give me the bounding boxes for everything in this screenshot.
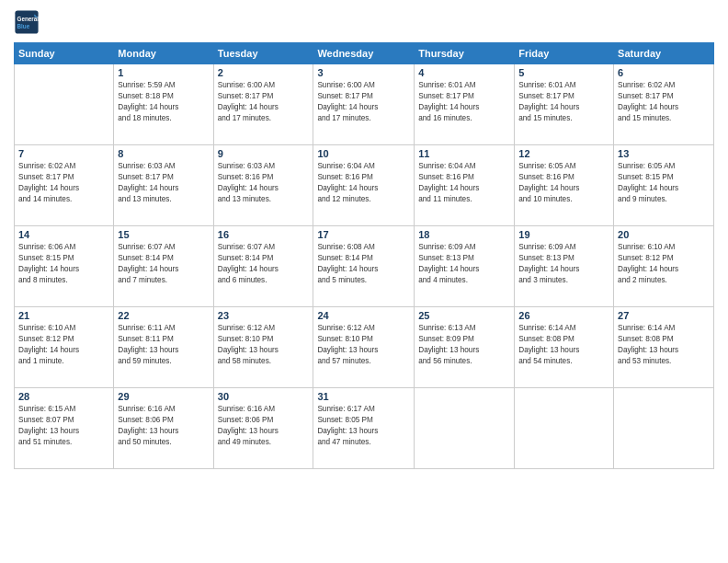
day-number: 17	[317, 229, 410, 240]
calendar-cell: 15Sunrise: 6:07 AMSunset: 8:14 PMDayligh…	[114, 226, 213, 307]
calendar-cell	[415, 388, 515, 469]
day-info: Sunrise: 6:16 AMSunset: 8:06 PMDaylight:…	[218, 404, 310, 448]
calendar-cell: 27Sunrise: 6:14 AMSunset: 8:08 PMDayligh…	[614, 307, 714, 388]
calendar-cell: 8Sunrise: 6:03 AMSunset: 8:17 PMDaylight…	[114, 145, 213, 226]
col-header-thursday: Thursday	[415, 43, 515, 64]
calendar-cell: 20Sunrise: 6:10 AMSunset: 8:12 PMDayligh…	[614, 226, 714, 307]
col-header-friday: Friday	[515, 43, 614, 64]
day-number: 1	[118, 67, 209, 78]
calendar-cell: 7Sunrise: 6:02 AMSunset: 8:17 PMDaylight…	[15, 145, 114, 226]
day-info: Sunrise: 6:07 AMSunset: 8:14 PMDaylight:…	[218, 242, 310, 286]
day-number: 30	[218, 391, 310, 402]
day-number: 15	[118, 229, 209, 240]
calendar-cell: 30Sunrise: 6:16 AMSunset: 8:06 PMDayligh…	[213, 388, 313, 469]
day-info: Sunrise: 6:07 AMSunset: 8:14 PMDaylight:…	[118, 242, 209, 286]
calendar-cell: 17Sunrise: 6:08 AMSunset: 8:14 PMDayligh…	[313, 226, 415, 307]
calendar-cell: 5Sunrise: 6:01 AMSunset: 8:17 PMDaylight…	[515, 64, 614, 145]
day-number: 10	[317, 148, 410, 159]
calendar-cell: 21Sunrise: 6:10 AMSunset: 8:12 PMDayligh…	[15, 307, 114, 388]
calendar-cell: 10Sunrise: 6:04 AMSunset: 8:16 PMDayligh…	[313, 145, 415, 226]
day-info: Sunrise: 6:03 AMSunset: 8:17 PMDaylight:…	[118, 161, 209, 205]
day-number: 29	[118, 391, 209, 402]
day-info: Sunrise: 6:12 AMSunset: 8:10 PMDaylight:…	[218, 323, 310, 367]
week-row-2: 14Sunrise: 6:06 AMSunset: 8:15 PMDayligh…	[15, 226, 714, 307]
day-info: Sunrise: 6:10 AMSunset: 8:12 PMDaylight:…	[18, 323, 109, 367]
day-info: Sunrise: 6:02 AMSunset: 8:17 PMDaylight:…	[18, 161, 109, 205]
day-number: 8	[118, 148, 209, 159]
calendar-cell	[15, 64, 114, 145]
calendar-cell: 12Sunrise: 6:05 AMSunset: 8:16 PMDayligh…	[515, 145, 614, 226]
calendar-cell	[515, 388, 614, 469]
calendar-cell	[614, 388, 714, 469]
day-info: Sunrise: 6:02 AMSunset: 8:17 PMDaylight:…	[618, 80, 710, 124]
day-info: Sunrise: 6:05 AMSunset: 8:16 PMDaylight:…	[518, 161, 609, 205]
day-info: Sunrise: 6:10 AMSunset: 8:12 PMDaylight:…	[618, 242, 710, 286]
day-info: Sunrise: 6:06 AMSunset: 8:15 PMDaylight:…	[18, 242, 109, 286]
day-info: Sunrise: 6:09 AMSunset: 8:13 PMDaylight:…	[418, 242, 510, 286]
calendar-cell: 24Sunrise: 6:12 AMSunset: 8:10 PMDayligh…	[313, 307, 415, 388]
col-header-saturday: Saturday	[614, 43, 714, 64]
header: General Blue	[14, 9, 714, 35]
day-number: 27	[618, 310, 710, 321]
day-info: Sunrise: 6:01 AMSunset: 8:17 PMDaylight:…	[518, 80, 609, 124]
col-header-tuesday: Tuesday	[213, 43, 313, 64]
day-number: 9	[218, 148, 310, 159]
calendar-cell: 3Sunrise: 6:00 AMSunset: 8:17 PMDaylight…	[313, 64, 415, 145]
calendar-cell: 25Sunrise: 6:13 AMSunset: 8:09 PMDayligh…	[415, 307, 515, 388]
day-number: 12	[518, 148, 609, 159]
day-info: Sunrise: 6:13 AMSunset: 8:09 PMDaylight:…	[418, 323, 510, 367]
calendar-cell: 6Sunrise: 6:02 AMSunset: 8:17 PMDaylight…	[614, 64, 714, 145]
day-info: Sunrise: 6:00 AMSunset: 8:17 PMDaylight:…	[218, 80, 310, 124]
day-number: 16	[218, 229, 310, 240]
calendar-cell: 31Sunrise: 6:17 AMSunset: 8:05 PMDayligh…	[313, 388, 415, 469]
page: General Blue SundayMondayTuesdayWednesda…	[0, 0, 728, 563]
day-info: Sunrise: 6:14 AMSunset: 8:08 PMDaylight:…	[518, 323, 609, 367]
day-info: Sunrise: 6:00 AMSunset: 8:17 PMDaylight:…	[317, 80, 410, 124]
day-number: 21	[18, 310, 109, 321]
calendar-cell: 2Sunrise: 6:00 AMSunset: 8:17 PMDaylight…	[213, 64, 313, 145]
logo-icon: General Blue	[14, 9, 40, 35]
day-info: Sunrise: 6:12 AMSunset: 8:10 PMDaylight:…	[317, 323, 410, 367]
day-info: Sunrise: 6:01 AMSunset: 8:17 PMDaylight:…	[418, 80, 510, 124]
logo: General Blue	[14, 9, 43, 35]
day-number: 3	[317, 67, 410, 78]
day-number: 28	[18, 391, 109, 402]
day-number: 24	[317, 310, 410, 321]
calendar-cell: 14Sunrise: 6:06 AMSunset: 8:15 PMDayligh…	[15, 226, 114, 307]
day-info: Sunrise: 5:59 AMSunset: 8:18 PMDaylight:…	[118, 80, 209, 124]
day-number: 22	[118, 310, 209, 321]
day-number: 6	[618, 67, 710, 78]
calendar-cell: 11Sunrise: 6:04 AMSunset: 8:16 PMDayligh…	[415, 145, 515, 226]
day-number: 2	[218, 67, 310, 78]
svg-text:Blue: Blue	[17, 23, 30, 29]
day-number: 25	[418, 310, 510, 321]
calendar-cell: 16Sunrise: 6:07 AMSunset: 8:14 PMDayligh…	[213, 226, 313, 307]
day-info: Sunrise: 6:14 AMSunset: 8:08 PMDaylight:…	[618, 323, 710, 367]
calendar-cell: 1Sunrise: 5:59 AMSunset: 8:18 PMDaylight…	[114, 64, 213, 145]
col-header-sunday: Sunday	[15, 43, 114, 64]
day-number: 11	[418, 148, 510, 159]
day-info: Sunrise: 6:16 AMSunset: 8:06 PMDaylight:…	[118, 404, 209, 448]
week-row-0: 1Sunrise: 5:59 AMSunset: 8:18 PMDaylight…	[15, 64, 714, 145]
day-info: Sunrise: 6:05 AMSunset: 8:15 PMDaylight:…	[618, 161, 710, 205]
day-info: Sunrise: 6:04 AMSunset: 8:16 PMDaylight:…	[317, 161, 410, 205]
day-number: 20	[618, 229, 710, 240]
day-info: Sunrise: 6:11 AMSunset: 8:11 PMDaylight:…	[118, 323, 209, 367]
day-number: 14	[18, 229, 109, 240]
calendar-cell: 4Sunrise: 6:01 AMSunset: 8:17 PMDaylight…	[415, 64, 515, 145]
day-number: 23	[218, 310, 310, 321]
calendar-cell: 13Sunrise: 6:05 AMSunset: 8:15 PMDayligh…	[614, 145, 714, 226]
day-info: Sunrise: 6:15 AMSunset: 8:07 PMDaylight:…	[18, 404, 109, 448]
calendar-cell: 22Sunrise: 6:11 AMSunset: 8:11 PMDayligh…	[114, 307, 213, 388]
calendar-cell: 26Sunrise: 6:14 AMSunset: 8:08 PMDayligh…	[515, 307, 614, 388]
week-row-4: 28Sunrise: 6:15 AMSunset: 8:07 PMDayligh…	[15, 388, 714, 469]
day-number: 31	[317, 391, 410, 402]
calendar-cell: 19Sunrise: 6:09 AMSunset: 8:13 PMDayligh…	[515, 226, 614, 307]
day-info: Sunrise: 6:03 AMSunset: 8:16 PMDaylight:…	[218, 161, 310, 205]
day-number: 7	[18, 148, 109, 159]
day-info: Sunrise: 6:08 AMSunset: 8:14 PMDaylight:…	[317, 242, 410, 286]
calendar-cell: 9Sunrise: 6:03 AMSunset: 8:16 PMDaylight…	[213, 145, 313, 226]
day-info: Sunrise: 6:17 AMSunset: 8:05 PMDaylight:…	[317, 404, 410, 448]
calendar-cell: 28Sunrise: 6:15 AMSunset: 8:07 PMDayligh…	[15, 388, 114, 469]
day-number: 4	[418, 67, 510, 78]
